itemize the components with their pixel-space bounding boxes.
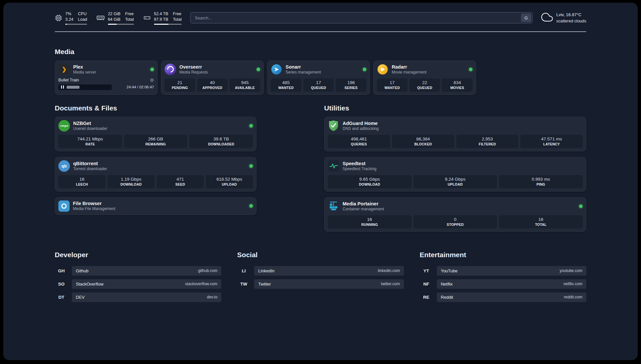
status-dot	[150, 68, 154, 71]
stat-box: 266 GBREMAINING	[124, 135, 188, 148]
app-card-nzbget[interactable]: nzbget NZBGet Usenet downloader 744.21 M…	[55, 117, 257, 151]
pause-icon[interactable]	[60, 85, 65, 89]
app-card-speedtest[interactable]: Speedtest Speedtest Tracking 9.65 GbpsDO…	[324, 157, 586, 192]
section-title-developer: Developer	[55, 251, 221, 259]
app-name: NZBGet	[73, 121, 107, 126]
stat-box: 17QUEUED	[303, 78, 334, 92]
app-card-overseerr[interactable]: Overseerr Media Requests 21PENDING 40APP…	[161, 60, 264, 95]
app-name: Overseerr	[179, 64, 208, 70]
app-subtitle: Media server	[73, 70, 96, 75]
gear-icon[interactable]: ⚙	[150, 78, 154, 82]
stat-box: 39.6 TBDOWNLOADED	[189, 135, 253, 148]
link-abbr: DT	[55, 295, 68, 300]
cpu-load-value: 3.24	[65, 17, 73, 22]
ram-free-label: Free	[125, 11, 134, 17]
link-abbr: NF	[420, 282, 433, 287]
top-bar: 7% 3.24 CPU Load	[55, 11, 586, 25]
link-abbr: SO	[55, 282, 68, 287]
plex-now-playing: Bullet Train ⚙ 24:44 / 02:06:47	[58, 78, 154, 90]
playback-progress-bar[interactable]	[58, 84, 112, 90]
progress-fill	[67, 86, 79, 89]
portainer-icon	[328, 200, 339, 212]
stat-box: 0STOPPED	[413, 215, 497, 228]
section-title-entertainment: Entertainment	[420, 251, 586, 259]
link-row-dev: DT DEV dev.to	[55, 292, 221, 302]
playback-time: 24:44 / 02:06:47	[127, 85, 154, 89]
link-twitter[interactable]: Twitter twitter.com	[254, 279, 404, 289]
app-subtitle: Media File Management	[73, 206, 115, 211]
status-dot	[257, 68, 260, 71]
app-name: Media Portainer	[343, 201, 384, 206]
search-engine-button[interactable]: G	[521, 14, 531, 22]
section-title-media: Media	[55, 48, 586, 56]
link-abbr: TW	[237, 282, 250, 287]
weather-condition: scattered clouds	[556, 18, 586, 24]
link-github[interactable]: Github github.com	[72, 266, 221, 276]
disk-usage-bar	[154, 24, 182, 25]
disk-free-value: 52.4 TB	[154, 11, 168, 17]
status-dot	[249, 204, 253, 208]
app-subtitle: Media Requests	[179, 70, 208, 75]
app-card-sonarr[interactable]: Sonarr Series management 485WANTED 17QUE…	[267, 60, 370, 95]
section-title-utilities: Utilities	[324, 104, 586, 112]
sonarr-icon	[271, 64, 282, 75]
radarr-icon	[377, 64, 388, 75]
ram-usage-bar	[108, 24, 134, 25]
filebrowser-icon	[58, 200, 70, 212]
link-dev[interactable]: DEV dev.to	[72, 292, 221, 302]
header-divider	[55, 31, 586, 32]
app-card-qbittorrent[interactable]: qb qBittorrent Torrent downloader 16LEEC…	[55, 157, 257, 192]
app-card-portainer[interactable]: Media Portainer Container management 16R…	[324, 197, 586, 232]
link-row-twitter: TW Twitter twitter.com	[237, 279, 404, 289]
app-name: qBittorrent	[73, 161, 107, 166]
stat-box: 498,461QUERIES	[328, 135, 390, 148]
cpu-usage-bar	[65, 24, 87, 25]
link-linkedin[interactable]: LinkedIn linkedin.com	[254, 266, 404, 276]
stat-box: 16TOTAL	[499, 215, 583, 228]
section-utilities: Utilities AdGuard Home D	[324, 104, 586, 232]
app-subtitle: Usenet downloader	[73, 126, 107, 131]
stat-box: 485WANTED	[271, 78, 301, 92]
stat-box: 471SEED	[157, 175, 204, 188]
stat-box: 945AVAILABLE	[229, 78, 260, 92]
stat-box: 40APPROVED	[197, 78, 228, 92]
stat-box: 618.52 MbpsUPLOAD	[206, 175, 253, 188]
link-youtube[interactable]: YouTube youtube.com	[437, 266, 586, 276]
link-abbr: GH	[55, 268, 68, 273]
search-input[interactable]	[191, 15, 520, 20]
app-subtitle: Movie management	[392, 70, 426, 75]
app-card-adguard[interactable]: AdGuard Home DNS and adblocking 498,461Q…	[324, 117, 586, 151]
stat-box: 86,384BLOCKED	[392, 135, 454, 148]
link-row-youtube: YT YouTube youtube.com	[420, 266, 586, 276]
link-row-github: GH Github github.com	[55, 266, 221, 276]
link-stackoverflow[interactable]: StackOverflow stackoverflow.com	[72, 279, 221, 289]
app-subtitle: Series management	[286, 70, 321, 75]
app-card-radarr[interactable]: Radarr Movie management 17WANTED 22QUEUE…	[373, 60, 476, 95]
app-name: File Browser	[73, 201, 115, 206]
dashboard: 7% 3.24 CPU Load	[3, 3, 638, 360]
cpu-percent: 7%	[65, 11, 73, 17]
plex-icon: ❯	[58, 64, 70, 75]
status-dot	[249, 124, 253, 128]
app-card-filebrowser[interactable]: File Browser Media File Management	[55, 197, 257, 215]
stat-box: 9.24 GbpsUPLOAD	[413, 175, 497, 188]
nzbget-icon: nzbget	[58, 120, 70, 132]
link-reddit[interactable]: Reddit reddit.com	[437, 292, 586, 302]
app-subtitle: Torrent downloader	[73, 167, 107, 171]
stat-box: 834MOVIES	[442, 78, 473, 92]
status-dot	[363, 68, 366, 71]
app-subtitle: DNS and adblocking	[343, 126, 379, 131]
stat-box: 21PENDING	[165, 78, 195, 92]
ram-total-value: 64 GiB	[108, 17, 120, 22]
qbittorrent-icon: qb	[58, 160, 70, 172]
app-card-plex[interactable]: ❯ Plex Media server Bullet Train ⚙	[55, 60, 158, 95]
app-subtitle: Speedtest Tracking	[343, 167, 377, 171]
section-social: Social LI LinkedIn linkedin.com TW Twitt…	[237, 251, 404, 306]
link-netflix[interactable]: Netflix netflix.com	[437, 279, 586, 289]
section-entertainment: Entertainment YT YouTube youtube.com NF …	[420, 251, 586, 306]
stat-box: 16LEECH	[58, 175, 106, 188]
link-abbr: LI	[237, 268, 250, 273]
speedtest-icon	[328, 160, 339, 172]
stat-box: 9.65 GbpsDOWNLOAD	[328, 175, 412, 188]
ram-icon	[96, 14, 105, 22]
